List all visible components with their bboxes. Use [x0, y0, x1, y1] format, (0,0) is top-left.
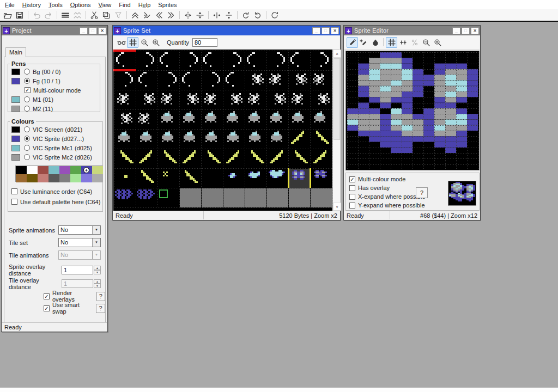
help-button[interactable]: ?: [96, 292, 105, 301]
spin-down-button[interactable]: ▼: [94, 270, 101, 274]
vic-screen-radio[interactable]: [24, 126, 30, 132]
help-button[interactable]: ?: [96, 304, 105, 313]
close-button[interactable]: ✕: [98, 27, 106, 34]
y-expand-where-possible-checkbox[interactable]: [349, 203, 355, 209]
zoom-in-icon[interactable]: [150, 37, 161, 48]
zigzag-icon[interactable]: [71, 10, 83, 20]
glasses-icon[interactable]: [116, 37, 127, 48]
chevron-down-icon[interactable]: ▼: [92, 226, 100, 234]
pen-m1-radio[interactable]: [24, 96, 30, 102]
chevron-down-icon[interactable]: ▼: [92, 238, 100, 247]
shift-down-icon[interactable]: [141, 10, 153, 20]
pen-fg-radio[interactable]: [24, 78, 30, 84]
pen-bg-swatch[interactable]: [11, 69, 20, 75]
close-button[interactable]: ✕: [331, 27, 339, 34]
palette-swatch[interactable]: [92, 174, 103, 182]
menu-file[interactable]: File: [1, 1, 19, 9]
multicolour-mode-checkbox[interactable]: ✓: [25, 87, 31, 93]
maximize-button[interactable]: □: [89, 27, 97, 34]
maximize-button[interactable]: □: [462, 27, 470, 34]
quantity-input[interactable]: [192, 38, 217, 47]
tab-main[interactable]: Main: [5, 47, 26, 57]
pen-m1-swatch[interactable]: [11, 96, 20, 103]
palette-swatch[interactable]: [16, 174, 27, 182]
minimize-button[interactable]: _: [312, 27, 320, 34]
vic-sprite-mc2-swatch[interactable]: [11, 154, 20, 161]
sprite-editor-titlebar[interactable]: + Sprite Editor _□✕: [344, 26, 480, 35]
menu-find[interactable]: Find: [115, 1, 134, 9]
sprite-set-canvas[interactable]: [113, 50, 332, 211]
scroll-up-button[interactable]: ∧: [333, 50, 341, 58]
pencil-icon[interactable]: [347, 37, 358, 48]
close-button[interactable]: ✕: [471, 27, 479, 34]
pencil-plus-icon[interactable]: [358, 37, 369, 48]
vic-sprite-radio[interactable]: [24, 136, 30, 142]
grid-icon[interactable]: [386, 37, 397, 48]
vic-sprite-mc1-swatch[interactable]: [11, 145, 20, 151]
menu-view[interactable]: View: [95, 1, 116, 9]
multi-colour-mode-checkbox[interactable]: ✓: [349, 176, 355, 182]
cut-icon[interactable]: [88, 10, 100, 20]
minimize-button[interactable]: _: [80, 27, 88, 34]
render-overlays-checkbox[interactable]: ✓: [44, 293, 50, 299]
vic-sprite-mc1-radio[interactable]: [24, 145, 30, 151]
menu-tools[interactable]: Tools: [45, 1, 66, 9]
pen-m2-radio[interactable]: [24, 106, 30, 112]
x-expand-where-possible-checkbox[interactable]: [349, 194, 355, 200]
palette-swatch[interactable]: [81, 174, 92, 182]
palette-swatch[interactable]: [27, 174, 38, 182]
zoom-out-icon[interactable]: [138, 37, 150, 48]
flip-v-icon[interactable]: [194, 10, 206, 20]
flip-h-icon[interactable]: [182, 10, 194, 20]
palette-swatch[interactable]: [59, 166, 70, 174]
use-default-palette-checkbox[interactable]: [11, 199, 17, 205]
palette-swatch[interactable]: [70, 166, 81, 174]
help-button[interactable]: ?: [416, 187, 428, 198]
center-v-icon[interactable]: [223, 10, 235, 20]
refresh-icon[interactable]: [269, 10, 281, 20]
scroll-down-button[interactable]: ∨: [333, 203, 341, 211]
has-overlay-checkbox[interactable]: [349, 185, 355, 191]
rotate-right-icon[interactable]: [252, 10, 264, 20]
paste-icon[interactable]: [112, 10, 124, 20]
spin-up-button[interactable]: ▲: [94, 266, 101, 270]
fill-icon[interactable]: [369, 37, 381, 48]
scrollbar-thumb[interactable]: [333, 58, 340, 140]
use-smart-swap-checkbox[interactable]: ✓: [44, 305, 50, 311]
palette-swatch[interactable]: [38, 174, 48, 182]
vertical-scrollbar[interactable]: ∧ ∨: [332, 50, 341, 211]
menu-help[interactable]: Help: [135, 1, 155, 9]
palette-swatch[interactable]: [27, 166, 38, 174]
sprite-editor-canvas[interactable]: [346, 51, 479, 170]
use-luminance-order-checkbox[interactable]: [11, 188, 17, 194]
maximize-button[interactable]: □: [322, 27, 330, 34]
project-titlebar[interactable]: + Project _□✕: [2, 26, 107, 35]
palette-swatch[interactable]: [92, 166, 103, 174]
palette-swatch[interactable]: [59, 174, 70, 182]
redo-icon[interactable]: [43, 10, 54, 20]
pen-m2-swatch[interactable]: [11, 106, 20, 112]
ratio-icon[interactable]: [409, 37, 420, 48]
reorder-icon[interactable]: [59, 10, 71, 20]
shift-left-icon[interactable]: [153, 10, 165, 20]
menu-options[interactable]: Options: [66, 1, 95, 9]
grid-fine-icon[interactable]: [397, 37, 409, 48]
shift-right-icon[interactable]: [165, 10, 177, 20]
vic-screen-swatch[interactable]: [11, 126, 20, 133]
sprite-animations-dropdown[interactable]: No▼: [58, 225, 101, 235]
pen-bg-radio[interactable]: [24, 69, 30, 75]
palette-swatch[interactable]: [70, 174, 81, 182]
palette-swatch[interactable]: [48, 166, 59, 174]
open-icon[interactable]: [2, 10, 14, 20]
center-h-icon[interactable]: [211, 10, 223, 20]
undo-icon[interactable]: [31, 10, 43, 20]
shift-up-icon[interactable]: [129, 10, 141, 20]
vic-sprite-swatch[interactable]: [11, 136, 20, 142]
menu-history[interactable]: History: [19, 1, 45, 9]
minimize-button[interactable]: _: [452, 27, 460, 34]
vic-sprite-mc2-radio[interactable]: [24, 154, 30, 160]
pen-fg-swatch[interactable]: [11, 78, 20, 84]
sprite-overlay-distance-input[interactable]: 1: [62, 266, 93, 274]
palette-swatch[interactable]: [38, 166, 48, 174]
tile-set-dropdown[interactable]: No▼: [58, 238, 101, 247]
